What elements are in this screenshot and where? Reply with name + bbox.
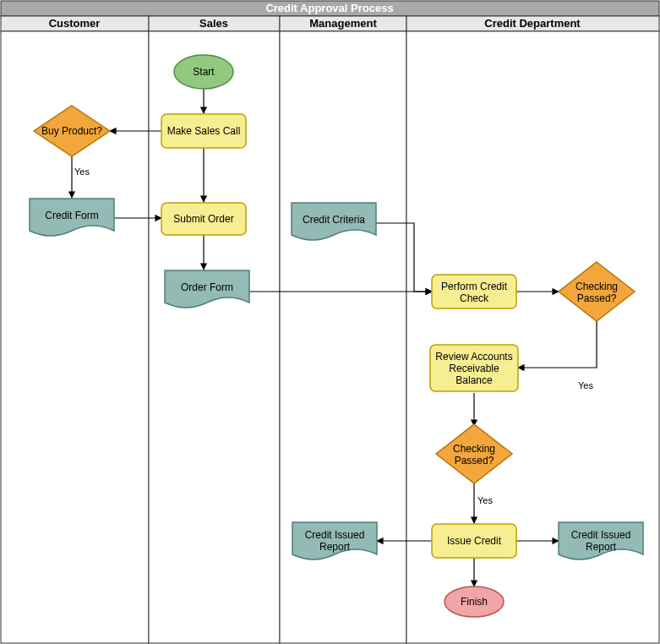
make-sales-call-label: Make Sales Call [167, 125, 241, 137]
checking-passed-1-label-1: Checking [575, 281, 618, 292]
edge-label-yes-1: Yes [74, 166, 90, 177]
checking-passed-1-label-2: Passed? [577, 292, 617, 304]
credit-issued-report-cd-label-1: Credit Issued [571, 529, 631, 541]
finish-node-label: Finish [461, 596, 488, 608]
perform-credit-check-label-1: Perform Credit [441, 281, 508, 292]
checking-passed-2-label-1: Checking [453, 443, 495, 455]
buy-product-label: Buy Product? [41, 125, 102, 137]
order-form-label: Order Form [181, 281, 233, 293]
credit-issued-report-cd-label-2: Report [586, 541, 617, 553]
credit-issued-report-mgmt-label-2: Report [319, 541, 351, 553]
lane-header-management: Management [309, 17, 377, 30]
lane-header-customer: Customer [49, 17, 101, 30]
credit-criteria-label: Credit Criteria [303, 214, 365, 226]
review-ar-label-1: Review Accounts [435, 351, 512, 363]
credit-form-label: Credit Form [45, 210, 98, 221]
issue-credit-label: Issue Credit [447, 535, 502, 547]
lane-header-credit-department: Credit Department [484, 17, 581, 30]
submit-order-label: Submit Order [173, 213, 233, 225]
edge-label-yes-2: Yes [578, 380, 593, 390]
checking-passed-2-label-2: Passed? [455, 455, 494, 467]
diagram-title: Credit Approval Process [265, 2, 393, 14]
review-ar-label-2: Receivable [449, 363, 499, 374]
credit-issued-report-mgmt-label-1: Credit Issued [305, 529, 365, 541]
edge-label-yes-3: Yes [477, 495, 493, 505]
credit-approval-swimlane-diagram: Credit Approval Process Customer Sales M… [0, 0, 660, 644]
perform-credit-check-label-2: Check [460, 292, 489, 304]
start-node-label: Start [193, 66, 215, 78]
lane-header-sales: Sales [199, 17, 228, 30]
review-ar-label-3: Balance [455, 374, 493, 386]
